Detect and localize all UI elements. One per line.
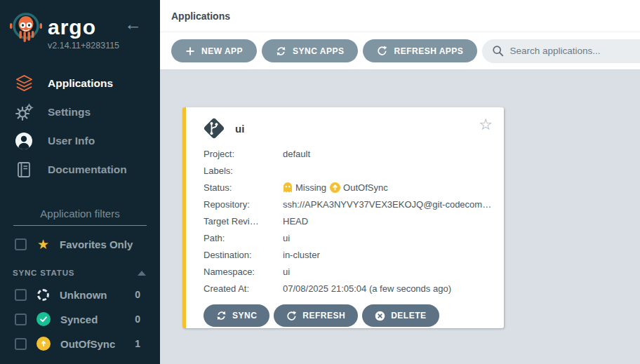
sync-status-header: SYNC STATUS: [13, 269, 146, 277]
application-card-ui[interactable]: ui ☆ Project: default Labels: Status:: [182, 107, 504, 328]
health-status-badge: Missing: [283, 182, 326, 193]
filter-row-outofsync: OutOfSync 1: [15, 337, 140, 351]
argo-octopus-logo: [8, 10, 44, 49]
plus-icon: [185, 46, 195, 56]
sidebar: argo v2.14.11+8283115 ← Applications: [0, 0, 160, 364]
search-input[interactable]: [509, 46, 639, 56]
refresh-icon: [286, 311, 297, 321]
sync-apps-label: SYNC APPS: [293, 46, 344, 56]
card-actions: SYNC REFRESH: [186, 304, 504, 327]
filter-row-unknown: Unknown 0: [15, 288, 140, 302]
arrow-up-circle-icon: [330, 182, 340, 193]
unknown-status-icon: [37, 289, 49, 301]
filter-count: 0: [135, 289, 140, 300]
search-icon: [492, 45, 504, 57]
card-row-labels: Labels:: [186, 162, 504, 179]
refresh-button[interactable]: REFRESH: [274, 304, 358, 327]
synced-checkbox[interactable]: [15, 314, 27, 325]
toolbar: NEW APP SYNC APPS REFRESH APPS: [160, 32, 640, 70]
application-name: ui: [235, 123, 244, 135]
outofsync-checkbox[interactable]: [15, 338, 27, 350]
layers-icon: [14, 74, 34, 93]
main-area: Applications NEW APP SYNC APPS: [160, 0, 640, 364]
sync-status-title: SYNC STATUS: [13, 269, 74, 277]
book-icon: [14, 160, 34, 180]
user-icon: [14, 131, 34, 151]
sync-apps-button[interactable]: SYNC APPS: [262, 39, 358, 62]
outofsync-status-icon: [36, 337, 51, 351]
refresh-apps-label: REFRESH APPS: [394, 46, 463, 56]
sidebar-item-settings[interactable]: Settings: [0, 97, 160, 126]
brand: argo v2.14.11+8283115: [48, 15, 119, 50]
filter-row-synced: Synced 0: [15, 312, 140, 326]
sidebar-item-label: Settings: [48, 106, 91, 119]
x-circle-icon: [375, 311, 385, 321]
card-header: ui: [186, 107, 504, 139]
filter-label: Unknown: [60, 289, 107, 301]
refresh-apps-button[interactable]: REFRESH APPS: [363, 39, 477, 62]
star-icon: ★: [37, 238, 49, 251]
collapse-sidebar-icon[interactable]: ←: [124, 15, 142, 33]
favorites-only-filter: ★ Favorites Only: [15, 238, 147, 251]
sync-icon: [276, 46, 286, 56]
brand-wordmark: argo: [48, 15, 119, 39]
delete-button[interactable]: DELETE: [362, 304, 439, 327]
unknown-checkbox[interactable]: [15, 289, 27, 301]
sidebar-item-applications[interactable]: Applications: [0, 69, 160, 97]
version-label: v2.14.11+8283115: [48, 41, 119, 50]
refresh-icon: [377, 46, 387, 56]
applications-grid: ui ☆ Project: default Labels: Status:: [160, 70, 640, 364]
sidebar-item-label: Documentation: [48, 163, 127, 176]
sync-icon: [216, 311, 227, 321]
filters-title: Application filters: [0, 208, 160, 220]
card-row-destination: Destination: in-cluster: [186, 246, 504, 263]
filter-count: 0: [135, 314, 140, 325]
filter-label: OutOfSync: [60, 338, 115, 350]
card-row-repository: Repository: ssh://APKA3NYVY37VEX3EKOJQ@g…: [186, 196, 504, 213]
application-git-icon: [204, 118, 225, 139]
filters-divider: [13, 225, 147, 226]
sidebar-item-label: User Info: [48, 135, 95, 147]
card-row-project: Project: default: [186, 145, 504, 162]
favorites-label: Favorites Only: [60, 238, 133, 250]
sidebar-menu: Applications: [0, 69, 160, 184]
sidebar-item-documentation[interactable]: Documentation: [0, 155, 160, 184]
card-row-created-at: Created At: 07/08/2025 21:05:04 (a few s…: [186, 280, 504, 297]
title-bar: Applications: [160, 0, 640, 32]
filter-count: 1: [135, 338, 140, 349]
sync-status-badge: OutOfSync: [330, 182, 388, 193]
search-box: /: [482, 39, 640, 63]
card-row-path: Path: ui: [186, 229, 504, 246]
logo-row: argo v2.14.11+8283115 ←: [0, 0, 160, 50]
argocd-app: argo v2.14.11+8283115 ← Applications: [0, 0, 640, 364]
card-details: Project: default Labels: Status:: [186, 145, 504, 297]
collapse-section-icon[interactable]: [138, 271, 146, 276]
sync-button[interactable]: SYNC: [204, 304, 269, 327]
ghost-missing-icon: [283, 182, 293, 193]
favorite-star-icon[interactable]: ☆: [479, 117, 493, 133]
synced-status-icon: [36, 312, 51, 326]
new-app-label: NEW APP: [201, 46, 243, 56]
favorites-checkbox[interactable]: [15, 238, 27, 250]
page-title: Applications: [171, 11, 230, 22]
sidebar-item-user-info[interactable]: User Info: [0, 126, 160, 155]
card-row-namespace: Namespace: ui: [186, 263, 504, 280]
filter-label: Synced: [60, 314, 98, 325]
card-row-target-revision: Target Revi… HEAD: [186, 213, 504, 229]
gear-icon: [14, 102, 34, 122]
sidebar-item-label: Applications: [48, 77, 113, 90]
new-app-button[interactable]: NEW APP: [171, 39, 257, 62]
card-row-status: Status: Missing: [186, 179, 504, 196]
